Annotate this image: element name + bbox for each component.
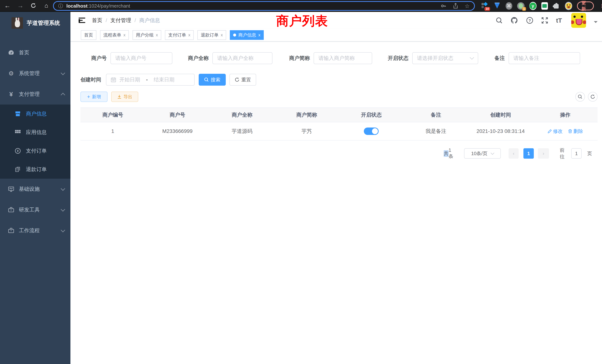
close-icon[interactable]: x <box>258 33 260 37</box>
download-icon <box>117 95 122 99</box>
cell-remark: 我是备注 <box>404 122 468 140</box>
breadcrumb-current: 商户信息 <box>139 17 160 24</box>
plus-icon: + <box>87 94 90 100</box>
tab-user-group[interactable]: 用户分组x <box>132 30 161 40</box>
grid-icon <box>14 129 21 136</box>
sidebar-logo-row[interactable]: 芋道管理系统 <box>0 12 70 34</box>
extension-recorder-icon[interactable]: 1 <box>517 2 525 10</box>
browser-reload-button[interactable] <box>28 0 39 11</box>
sidebar-item-workflow[interactable]: 工作流程 <box>0 220 70 241</box>
goto-page-input[interactable]: 1 <box>571 148 582 159</box>
sidebar-item-pay-order[interactable]: ¥ 支付订单 <box>0 142 70 160</box>
page-number-1[interactable]: 1 <box>523 148 534 159</box>
export-button[interactable]: 导出 <box>111 92 138 102</box>
browser-menu-icon[interactable]: ⋮ <box>599 3 602 9</box>
merchant-no-input[interactable]: 请输入商户号 <box>110 52 172 64</box>
url-host: localhost <box>66 3 87 9</box>
share-icon[interactable] <box>453 3 458 9</box>
browser-home-button[interactable]: ⌂ <box>41 0 52 11</box>
cell-merchant-no: M233666999 <box>145 122 210 140</box>
browser-update-button[interactable]: 更新 <box>577 1 594 10</box>
column-header-remark: 备注 <box>404 108 468 122</box>
tab-process-form[interactable]: 流程表单x <box>100 30 129 40</box>
cell-create-time: 2021-10-23 08:31:14 <box>468 122 533 140</box>
remark-input[interactable]: 请输入备注 <box>509 52 580 64</box>
extension-badge: 10 <box>484 7 490 11</box>
edit-link[interactable]: 修改 <box>548 128 563 135</box>
extensions-puzzle-icon[interactable] <box>553 2 560 10</box>
sidebar: 芋道管理系统 首页 ⚙ 系统管理 ¥ 支付管理 <box>0 12 70 364</box>
prev-page-button[interactable]: ‹ <box>509 148 519 159</box>
gear-icon: ⚙ <box>8 70 14 77</box>
sidebar-item-app-info[interactable]: 应用信息 <box>0 123 70 142</box>
extension-gem-icon[interactable] <box>493 2 501 10</box>
sidebar-item-dev-tools[interactable]: 研发工具 <box>0 199 70 220</box>
help-icon[interactable]: ? <box>526 17 533 24</box>
search-button[interactable]: 搜索 <box>199 74 226 86</box>
delete-link[interactable]: 删除 <box>568 128 583 135</box>
tab-merchant-info[interactable]: 商户信息x <box>230 30 264 40</box>
browser-forward-button[interactable]: → <box>15 0 26 11</box>
close-icon[interactable]: x <box>156 33 158 37</box>
url-path: :1024/pay/merchant <box>87 3 130 9</box>
short-name-label: 商户简称 <box>289 55 310 62</box>
browser-profile-avatar[interactable] <box>565 2 572 10</box>
sidebar-item-payment[interactable]: ¥ 支付管理 <box>0 84 70 105</box>
placeholder-text: 请输入商户简称 <box>318 55 355 62</box>
sidebar-item-system[interactable]: ⚙ 系统管理 <box>0 63 70 84</box>
status-select[interactable]: 请选择开启状态 <box>412 52 478 64</box>
extension-y-icon[interactable]: y <box>529 2 537 10</box>
sidebar-item-infrastructure[interactable]: 基础设施 <box>0 179 70 199</box>
close-icon[interactable]: x <box>188 33 190 37</box>
address-bar[interactable]: ⓘ localhost:1024/pay/merchant ☆ <box>53 1 475 11</box>
tab-refund-order[interactable]: 退款订单x <box>197 30 226 40</box>
status-label: 开启状态 <box>388 55 408 62</box>
refresh-table-button[interactable] <box>588 92 598 102</box>
close-icon[interactable]: x <box>221 33 223 37</box>
user-avatar[interactable] <box>571 13 586 28</box>
extension-tampermonkey-icon[interactable]: 10 <box>481 2 489 10</box>
page-size-select[interactable]: 10条/页 <box>464 148 501 159</box>
toggle-search-button[interactable] <box>575 92 585 102</box>
full-name-input[interactable]: 请输入商户全称 <box>212 52 272 64</box>
browser-back-button[interactable]: ← <box>2 0 13 11</box>
tab-pay-order[interactable]: 支付订单x <box>165 30 194 40</box>
sidebar-item-home[interactable]: 首页 <box>0 42 70 63</box>
table-header-row: 商户编号 商户号 商户全称 商户简称 开启状态 备注 创建时间 操作 <box>80 108 598 122</box>
refresh-icon <box>235 77 239 82</box>
site-info-icon[interactable]: ⓘ <box>58 3 63 9</box>
search-icon <box>578 94 582 99</box>
font-size-icon[interactable]: tT <box>556 17 562 24</box>
delete-label: 删除 <box>573 128 583 135</box>
bookmark-star-icon[interactable]: ☆ <box>465 3 470 9</box>
add-button-label: 新增 <box>92 94 101 100</box>
extension-chat-icon[interactable] <box>541 2 548 10</box>
github-icon[interactable] <box>510 17 518 24</box>
breadcrumb-home[interactable]: 首页 <box>92 17 102 24</box>
fullscreen-icon[interactable] <box>541 17 548 24</box>
status-toggle[interactable] <box>364 128 379 135</box>
password-key-icon[interactable] <box>441 3 447 9</box>
cell-id: 1 <box>80 122 145 140</box>
sidebar-item-label: 基础设施 <box>19 185 40 193</box>
short-name-input[interactable]: 请输入商户简称 <box>314 52 372 64</box>
next-page-button[interactable]: › <box>538 148 549 159</box>
add-button[interactable]: + 新增 <box>80 92 108 102</box>
extension-command-icon[interactable]: ⌘ <box>506 2 512 10</box>
page-size-value: 10条/页 <box>471 150 487 157</box>
active-dot-icon <box>233 33 236 36</box>
search-icon[interactable] <box>496 17 503 24</box>
column-header-full-name: 商户全称 <box>210 108 275 122</box>
close-icon[interactable]: x <box>123 33 126 37</box>
sidebar-collapse-button[interactable] <box>79 18 85 23</box>
sidebar-item-label: 系统管理 <box>19 70 40 77</box>
tab-home[interactable]: 首页 <box>81 30 96 40</box>
create-time-label: 创建时间 <box>80 76 101 83</box>
breadcrumb-payment[interactable]: 支付管理 <box>110 17 131 24</box>
sidebar-item-merchant-info[interactable]: 商户信息 <box>0 105 70 123</box>
date-range-input[interactable]: 开始日期 - 结束日期 <box>106 74 195 86</box>
sidebar-item-refund-order[interactable]: 退款订单 <box>0 160 70 179</box>
reset-button[interactable]: 重置 <box>229 74 256 86</box>
user-menu-caret-icon[interactable] <box>594 21 598 25</box>
svg-text:¥: ¥ <box>17 149 19 153</box>
